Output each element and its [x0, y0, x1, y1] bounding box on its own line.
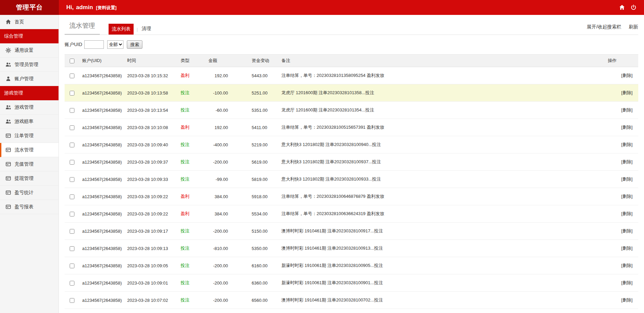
cell-time: 2023-03-28 10:09:22: [127, 188, 181, 205]
cell-uid: a1234567(2643858): [79, 223, 127, 240]
main-content: 流水管理 流水列表 | 清理 展开/收起搜索栏 刷新 账户UID 全部 搜索: [59, 15, 644, 313]
delete-link[interactable]: [删除]: [621, 297, 632, 302]
cell-type: 盈利: [181, 73, 189, 78]
row-checkbox[interactable]: [70, 160, 74, 165]
refresh-link[interactable]: 刷新: [629, 24, 638, 30]
sidebar-item-withdraw-management[interactable]: 提现管理: [0, 171, 59, 186]
sidebar-item-game-management[interactable]: 游戏管理: [0, 100, 59, 114]
cell-amount: -200.00: [208, 292, 234, 309]
cell-note: 注单结算，单号：20230328100636624319 盈利发放: [281, 205, 608, 223]
table-row: a1234567(2643858) 2023-03-28 10:13:54 投注…: [65, 102, 638, 119]
delete-link[interactable]: [删除]: [621, 107, 632, 112]
cell-uid: a1234567(2643858): [79, 188, 127, 205]
cell-note: 澳博时时彩 1910461期 注单20230328100917...投注: [281, 223, 608, 240]
cell-balance: 5350.00: [234, 240, 281, 257]
row-checkbox[interactable]: [70, 91, 74, 96]
uid-label: 账户UID: [65, 42, 82, 48]
cell-uid: a1234567(2643858): [79, 205, 127, 223]
row-checkbox[interactable]: [70, 143, 74, 147]
row-checkbox[interactable]: [70, 281, 74, 286]
tab-flow-list[interactable]: 流水列表: [109, 24, 134, 35]
delete-link[interactable]: [删除]: [621, 228, 632, 233]
table-header-row: 账户(UID) 时间 类型 金额 资金变动 备注 操作: [65, 55, 638, 67]
table-row: a1234567(2643858) 2023-03-28 10:13:58 投注…: [65, 84, 638, 102]
sidebar-item-account-management[interactable]: 账户管理: [0, 72, 59, 86]
sidebar-item-label: 游戏赔率: [15, 119, 33, 125]
sidebar-item-label: 注单管理: [15, 133, 33, 139]
sidebar-item-pnl-report[interactable]: 盈亏报表: [0, 200, 59, 214]
sidebar-item-general-settings[interactable]: 通用设置: [0, 43, 59, 58]
cell-type: 投注: [181, 263, 189, 268]
row-checkbox[interactable]: [70, 246, 74, 251]
cell-type: 投注: [181, 142, 189, 147]
delete-link[interactable]: [删除]: [621, 280, 632, 285]
delete-link[interactable]: [删除]: [621, 73, 632, 78]
table-row: a1234567(2643858) 2023-03-28 10:09:33 投注…: [65, 171, 638, 188]
cell-uid: a1234567(2643858): [79, 84, 127, 102]
sidebar-item-pnl-stats[interactable]: 盈亏统计: [0, 186, 59, 200]
row-checkbox[interactable]: [70, 298, 74, 303]
toggle-search-link[interactable]: 展开/收起搜索栏: [587, 24, 621, 30]
sidebar-item-flow-management[interactable]: 流水管理: [0, 143, 59, 157]
cell-note: 新濠时时彩 1910061期 注单20230328100901...投注: [281, 274, 608, 292]
cell-balance: 5411.00: [234, 119, 281, 136]
sidebar-item-admin-management[interactable]: 管理员管理: [0, 58, 59, 72]
profile-settings-link[interactable]: [资料设置]: [96, 5, 117, 11]
row-checkbox[interactable]: [70, 108, 74, 113]
user-icon: [5, 76, 11, 82]
row-checkbox[interactable]: [70, 125, 74, 130]
header-type: 类型: [181, 55, 208, 67]
cell-type: 投注: [181, 159, 189, 164]
delete-link[interactable]: [删除]: [621, 90, 632, 95]
cell-type: 投注: [181, 176, 189, 182]
cell-uid: a1234567(2643858): [79, 102, 127, 119]
delete-link[interactable]: [删除]: [621, 159, 632, 164]
uid-input[interactable]: [84, 40, 104, 49]
sidebar-item-bet-orders[interactable]: 注单管理: [0, 129, 59, 143]
admins-icon: [5, 62, 11, 67]
sidebar-item-home[interactable]: 首页: [0, 15, 59, 29]
row-checkbox[interactable]: [70, 229, 74, 234]
table-row: a1234567(2643858) 2023-03-28 10:07:02 投注…: [65, 292, 638, 309]
delete-link[interactable]: [删除]: [621, 142, 632, 147]
username: admin: [76, 4, 93, 11]
sidebar-item-label: 盈亏统计: [15, 190, 33, 196]
cell-note: 意大利快3 1201802期 注单20230328100940...投注: [281, 136, 608, 153]
delete-link[interactable]: [删除]: [621, 246, 632, 251]
table-row: a1234567(2643858) 2023-03-28 10:09:17 投注…: [65, 223, 638, 240]
cell-time: 2023-03-28 10:09:01: [127, 274, 181, 292]
sidebar-item-label: 账户管理: [15, 76, 33, 82]
row-checkbox[interactable]: [70, 212, 74, 216]
search-button[interactable]: 搜索: [127, 40, 142, 49]
power-icon[interactable]: [630, 4, 637, 11]
type-filter-select[interactable]: 全部: [107, 40, 123, 49]
cell-balance: 5351.00: [234, 102, 281, 119]
row-checkbox[interactable]: [70, 264, 74, 268]
orders-icon: [5, 133, 11, 139]
delete-link[interactable]: [删除]: [621, 176, 632, 182]
cell-time: 2023-03-28 10:09:22: [127, 205, 181, 223]
cell-note: 意大利快3 1201802期 注单20230328100937...投注: [281, 153, 608, 171]
tab-clean[interactable]: 清理: [141, 23, 152, 35]
delete-link[interactable]: [删除]: [621, 125, 632, 130]
sidebar-item-game-odds[interactable]: 游戏赔率: [0, 114, 59, 129]
cell-type: 投注: [181, 107, 189, 112]
sidebar-item-recharge-management[interactable]: 充值管理: [0, 157, 59, 171]
home-icon[interactable]: [619, 4, 625, 11]
row-checkbox[interactable]: [70, 177, 74, 182]
row-checkbox[interactable]: [70, 74, 74, 78]
cell-uid: a1234567(2643858): [79, 153, 127, 171]
cell-type: 投注: [181, 228, 189, 233]
delete-link[interactable]: [删除]: [621, 211, 632, 216]
row-checkbox[interactable]: [70, 194, 74, 199]
delete-link[interactable]: [删除]: [621, 194, 632, 199]
cell-uid: a1234567(2643858): [79, 274, 127, 292]
delete-link[interactable]: [删除]: [621, 263, 632, 268]
select-all-checkbox[interactable]: [70, 59, 74, 63]
table-row: a1234567(2643858) 2023-03-28 10:09:01 投注…: [65, 274, 638, 292]
table-row: a1234567(2643858) 2023-03-28 10:09:40 投注…: [65, 136, 638, 153]
cell-uid: a1234567(2643858): [79, 67, 127, 84]
cell-time: 2023-03-28 10:09:13: [127, 240, 181, 257]
cell-amount: 192.00: [208, 119, 234, 136]
main-layout: 首页综合管理通用设置管理员管理账户管理游戏管理游戏管理游戏赔率注单管理流水管理充…: [0, 15, 644, 313]
